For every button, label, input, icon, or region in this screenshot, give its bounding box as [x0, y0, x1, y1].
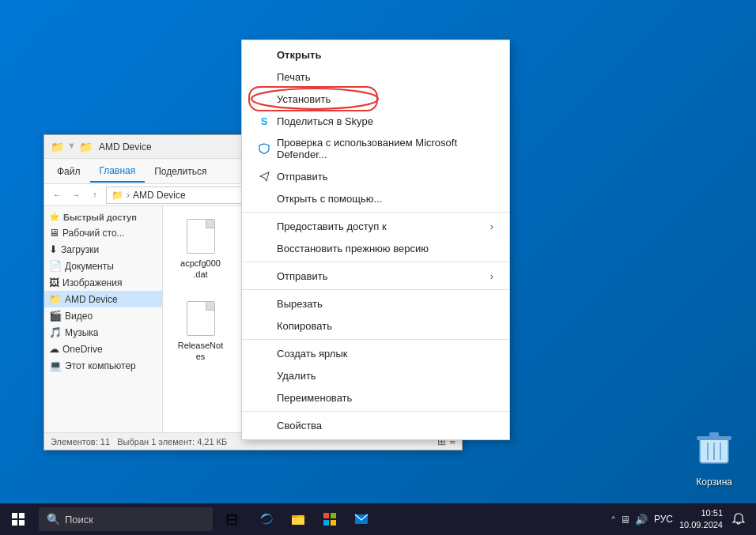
- recycle-bin-label: Корзина: [696, 477, 732, 488]
- svg-rect-4: [709, 432, 719, 437]
- ctx-print[interactable]: Печать: [242, 66, 509, 88]
- language-indicator[interactable]: РУС: [654, 514, 673, 525]
- time-display: 10:51: [679, 507, 723, 519]
- taskbar-apps: [251, 503, 377, 535]
- submenu-arrow: ›: [490, 220, 493, 232]
- sidebar-item-video[interactable]: 🎬 Видео: [44, 307, 162, 324]
- svg-rect-15: [323, 513, 329, 518]
- ctx-cut[interactable]: Вырезать: [242, 292, 509, 315]
- store-button[interactable]: [314, 503, 346, 535]
- search-icon: 🔍: [47, 513, 60, 526]
- sidebar-item-documents[interactable]: 📄 Документы: [44, 258, 162, 274]
- titlebar-folder-icons: 📁 ▼ 📁: [51, 141, 93, 153]
- tab-file[interactable]: Файл: [47, 161, 90, 182]
- taskbar: 🔍 Поиск ⊟: [0, 503, 756, 535]
- clock[interactable]: 10:51 10.09.2024: [679, 507, 723, 532]
- separator-2: [242, 262, 509, 262]
- music-icon: 🎵: [49, 326, 62, 338]
- breadcrumb-folder-icon: 📁: [112, 190, 123, 201]
- send2-icon: [258, 269, 270, 282]
- install-icon: [258, 92, 270, 105]
- file-icon-wrapper: [182, 300, 220, 337]
- notification-button[interactable]: [729, 510, 748, 529]
- svg-rect-13: [292, 515, 297, 518]
- shortcut-icon: [258, 347, 270, 360]
- restore-version-icon: [258, 242, 270, 254]
- sidebar-item-amd[interactable]: 📁 AMD Device: [44, 291, 162, 307]
- file-item[interactable]: acpcfg000.dat: [171, 214, 230, 284]
- ctx-open[interactable]: Открыть: [242, 43, 509, 66]
- mail-button[interactable]: [346, 503, 377, 535]
- ctx-copy[interactable]: Копировать: [242, 315, 509, 337]
- desktop-icon: 🖥: [49, 227, 59, 239]
- forward-button[interactable]: →: [68, 187, 84, 203]
- onedrive-icon: ☁: [49, 343, 59, 355]
- ctx-send-to[interactable]: Отправить: [242, 165, 509, 187]
- sidebar-item-computer[interactable]: 💻 Этот компьютер: [44, 357, 162, 374]
- svg-rect-11: [19, 520, 25, 526]
- ctx-defender[interactable]: Проверка с использованием Microsoft Defe…: [242, 132, 509, 165]
- edge-button[interactable]: [251, 503, 282, 535]
- sidebar-item-images[interactable]: 🖼 Изображения: [44, 274, 162, 291]
- tab-share[interactable]: Поделиться: [145, 161, 216, 182]
- sidebar: ⭐ Быстрый доступ 🖥 Рабочий сто... ⬇ Загр…: [44, 206, 163, 432]
- tab-home[interactable]: Главная: [90, 160, 146, 183]
- separator-1: [242, 212, 509, 213]
- ctx-rename[interactable]: Переименовать: [242, 386, 509, 409]
- task-view-icon: ⊟: [225, 510, 239, 529]
- separator-5: [242, 411, 509, 412]
- date-display: 10.09.2024: [679, 519, 723, 531]
- ctx-create-shortcut[interactable]: Создать ярлык: [242, 342, 509, 364]
- computer-icon: 💻: [49, 360, 62, 371]
- back-button[interactable]: ←: [49, 187, 65, 203]
- svg-rect-17: [323, 520, 329, 526]
- items-count: Элементов: 11 Выбран 1 элемент: 4,21 КБ: [51, 437, 227, 446]
- file-item[interactable]: ReleaseNotes: [171, 296, 230, 366]
- sidebar-item-downloads[interactable]: ⬇ Загрузки: [44, 241, 162, 258]
- delete-icon: [258, 369, 270, 382]
- explorer-button[interactable]: [282, 503, 314, 535]
- svg-rect-10: [12, 520, 17, 526]
- images-icon: 🖼: [49, 277, 59, 288]
- sidebar-item-music[interactable]: 🎵 Музыка: [44, 324, 162, 341]
- file-name: acpcfg000.dat: [180, 258, 221, 281]
- volume-icon[interactable]: 🔊: [635, 514, 648, 526]
- taskbar-search[interactable]: 🔍 Поиск: [39, 507, 213, 531]
- network-icon[interactable]: 🖥: [620, 514, 630, 526]
- ctx-restore-version[interactable]: Восстановить прежнюю версию: [242, 237, 509, 259]
- ctx-grant-access[interactable]: Предоставить доступ к ›: [242, 215, 509, 237]
- ctx-skype[interactable]: S Поделиться в Skype: [242, 110, 509, 132]
- ctx-send[interactable]: Отправить ›: [242, 265, 509, 287]
- send-icon: [258, 170, 270, 183]
- sidebar-item-desktop[interactable]: 🖥 Рабочий сто...: [44, 224, 162, 241]
- sidebar-item-onedrive[interactable]: ☁ OneDrive: [44, 341, 162, 357]
- chevron-up-icon[interactable]: ^: [611, 515, 615, 524]
- copy-icon: [258, 319, 270, 332]
- separator-4: [242, 339, 509, 340]
- recycle-bin[interactable]: Корзина: [696, 428, 732, 488]
- ctx-properties[interactable]: Свойства: [242, 414, 509, 436]
- open-with-icon: [258, 192, 270, 205]
- quick-access-icon: ⭐: [49, 212, 60, 222]
- video-icon: 🎬: [49, 310, 62, 322]
- print-icon: [258, 70, 270, 83]
- documents-icon: 📄: [49, 260, 62, 272]
- folder-icon-3: 📁: [79, 141, 93, 153]
- ctx-delete[interactable]: Удалить: [242, 364, 509, 386]
- svg-rect-18: [331, 520, 336, 526]
- svg-rect-9: [19, 513, 25, 518]
- doc-icon: [187, 219, 215, 254]
- open-icon: [258, 48, 270, 61]
- ctx-open-with[interactable]: Открыть с помощью...: [242, 187, 509, 209]
- ctx-install[interactable]: Установить: [242, 88, 509, 110]
- up-button[interactable]: ↑: [87, 187, 103, 203]
- svg-rect-8: [12, 513, 17, 518]
- system-tray: ^ 🖥 🔊: [611, 514, 648, 526]
- task-view-button[interactable]: ⊟: [216, 503, 248, 535]
- amd-folder-icon: 📁: [49, 293, 62, 305]
- rename-icon: [258, 391, 270, 404]
- svg-rect-14: [292, 518, 304, 525]
- file-name: ReleaseNotes: [178, 340, 223, 363]
- folder-icon-1: 📁: [51, 141, 64, 153]
- start-button[interactable]: [0, 503, 36, 535]
